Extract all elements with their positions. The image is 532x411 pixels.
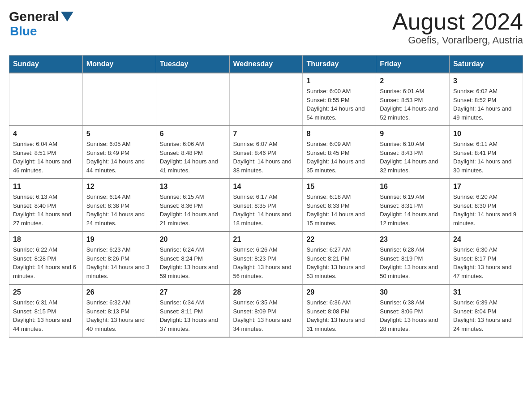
day-number: 13	[160, 183, 226, 191]
calendar-cell: 29Sunrise: 6:36 AM Sunset: 8:08 PM Dayli…	[303, 284, 376, 337]
calendar-header-monday: Monday	[82, 56, 156, 73]
day-info: Sunrise: 6:07 AM Sunset: 8:46 PM Dayligh…	[233, 140, 299, 175]
day-info: Sunrise: 6:36 AM Sunset: 8:08 PM Dayligh…	[306, 298, 372, 333]
day-info: Sunrise: 6:34 AM Sunset: 8:11 PM Dayligh…	[160, 298, 226, 333]
day-number: 4	[13, 130, 79, 138]
day-info: Sunrise: 6:24 AM Sunset: 8:24 PM Dayligh…	[160, 245, 226, 280]
calendar-cell	[229, 73, 303, 126]
day-number: 16	[380, 183, 446, 191]
calendar-cell: 1Sunrise: 6:00 AM Sunset: 8:55 PM Daylig…	[303, 73, 376, 126]
calendar-week-row: 1Sunrise: 6:00 AM Sunset: 8:55 PM Daylig…	[9, 73, 523, 126]
calendar-cell: 9Sunrise: 6:10 AM Sunset: 8:43 PM Daylig…	[376, 126, 450, 179]
calendar-week-row: 4Sunrise: 6:04 AM Sunset: 8:51 PM Daylig…	[9, 126, 523, 179]
day-number: 2	[380, 77, 446, 85]
day-info: Sunrise: 6:05 AM Sunset: 8:49 PM Dayligh…	[86, 140, 152, 175]
day-info: Sunrise: 6:13 AM Sunset: 8:40 PM Dayligh…	[13, 193, 79, 227]
day-info: Sunrise: 6:15 AM Sunset: 8:36 PM Dayligh…	[160, 193, 226, 227]
day-number: 6	[160, 130, 226, 138]
calendar-header-friday: Friday	[376, 56, 450, 73]
calendar-cell: 25Sunrise: 6:31 AM Sunset: 8:15 PM Dayli…	[9, 284, 83, 337]
day-info: Sunrise: 6:31 AM Sunset: 8:15 PM Dayligh…	[13, 298, 79, 333]
day-info: Sunrise: 6:27 AM Sunset: 8:21 PM Dayligh…	[306, 245, 372, 280]
calendar-header-tuesday: Tuesday	[156, 56, 229, 73]
day-info: Sunrise: 6:22 AM Sunset: 8:28 PM Dayligh…	[13, 245, 79, 280]
day-info: Sunrise: 6:06 AM Sunset: 8:48 PM Dayligh…	[160, 140, 226, 175]
day-info: Sunrise: 6:17 AM Sunset: 8:35 PM Dayligh…	[233, 193, 299, 227]
day-number: 25	[13, 288, 79, 296]
day-number: 10	[453, 130, 519, 138]
calendar-week-row: 11Sunrise: 6:13 AM Sunset: 8:40 PM Dayli…	[9, 179, 523, 231]
day-info: Sunrise: 6:28 AM Sunset: 8:19 PM Dayligh…	[380, 245, 446, 280]
calendar-cell: 8Sunrise: 6:09 AM Sunset: 8:45 PM Daylig…	[303, 126, 376, 179]
calendar-header-sunday: Sunday	[9, 56, 83, 73]
logo: General Blue	[9, 9, 73, 39]
calendar-cell	[156, 73, 229, 126]
logo-general-text: General	[9, 9, 59, 24]
calendar-cell: 20Sunrise: 6:24 AM Sunset: 8:24 PM Dayli…	[156, 231, 229, 284]
day-number: 3	[453, 77, 519, 85]
day-info: Sunrise: 6:10 AM Sunset: 8:43 PM Dayligh…	[380, 140, 446, 175]
day-info: Sunrise: 6:32 AM Sunset: 8:13 PM Dayligh…	[86, 298, 152, 333]
day-number: 12	[86, 183, 152, 191]
calendar-cell: 30Sunrise: 6:38 AM Sunset: 8:06 PM Dayli…	[376, 284, 450, 337]
calendar-header-row: SundayMondayTuesdayWednesdayThursdayFrid…	[9, 56, 523, 73]
day-number: 5	[86, 130, 152, 138]
day-number: 14	[233, 183, 299, 191]
calendar-cell: 3Sunrise: 6:02 AM Sunset: 8:52 PM Daylig…	[450, 73, 523, 126]
day-number: 1	[306, 77, 372, 85]
day-number: 27	[160, 288, 226, 296]
calendar-cell: 15Sunrise: 6:18 AM Sunset: 8:33 PM Dayli…	[303, 179, 376, 231]
day-info: Sunrise: 6:09 AM Sunset: 8:45 PM Dayligh…	[306, 140, 372, 175]
calendar-cell: 12Sunrise: 6:14 AM Sunset: 8:38 PM Dayli…	[82, 179, 156, 231]
calendar-cell: 7Sunrise: 6:07 AM Sunset: 8:46 PM Daylig…	[229, 126, 303, 179]
day-number: 15	[306, 183, 372, 191]
day-number: 28	[233, 288, 299, 296]
calendar-cell	[82, 73, 156, 126]
day-info: Sunrise: 6:18 AM Sunset: 8:33 PM Dayligh…	[306, 193, 372, 227]
day-number: 19	[86, 235, 152, 244]
calendar-header-saturday: Saturday	[450, 56, 523, 73]
title-area: August 2024 Goefis, Vorarlberg, Austria	[392, 9, 523, 46]
calendar-cell: 23Sunrise: 6:28 AM Sunset: 8:19 PM Dayli…	[376, 231, 450, 284]
day-info: Sunrise: 6:23 AM Sunset: 8:26 PM Dayligh…	[86, 245, 152, 280]
calendar-table: SundayMondayTuesdayWednesdayThursdayFrid…	[9, 55, 523, 338]
svg-marker-0	[61, 12, 73, 21]
day-number: 9	[380, 130, 446, 138]
day-info: Sunrise: 6:02 AM Sunset: 8:52 PM Dayligh…	[453, 87, 519, 122]
day-number: 29	[306, 288, 372, 296]
day-info: Sunrise: 6:26 AM Sunset: 8:23 PM Dayligh…	[233, 245, 299, 280]
calendar-cell: 6Sunrise: 6:06 AM Sunset: 8:48 PM Daylig…	[156, 126, 229, 179]
calendar-week-row: 25Sunrise: 6:31 AM Sunset: 8:15 PM Dayli…	[9, 284, 523, 337]
day-number: 20	[160, 235, 226, 244]
calendar-cell: 18Sunrise: 6:22 AM Sunset: 8:28 PM Dayli…	[9, 231, 83, 284]
calendar-cell: 22Sunrise: 6:27 AM Sunset: 8:21 PM Dayli…	[303, 231, 376, 284]
calendar-cell: 26Sunrise: 6:32 AM Sunset: 8:13 PM Dayli…	[82, 284, 156, 337]
day-info: Sunrise: 6:19 AM Sunset: 8:31 PM Dayligh…	[380, 193, 446, 227]
calendar-cell: 2Sunrise: 6:01 AM Sunset: 8:53 PM Daylig…	[376, 73, 450, 126]
calendar-cell: 28Sunrise: 6:35 AM Sunset: 8:09 PM Dayli…	[229, 284, 303, 337]
day-number: 31	[453, 288, 519, 296]
day-number: 24	[453, 235, 519, 244]
day-number: 21	[233, 235, 299, 244]
day-number: 23	[380, 235, 446, 244]
day-number: 30	[380, 288, 446, 296]
day-info: Sunrise: 6:04 AM Sunset: 8:51 PM Dayligh…	[13, 140, 79, 175]
logo-triangle-icon	[61, 12, 73, 21]
calendar-cell: 27Sunrise: 6:34 AM Sunset: 8:11 PM Dayli…	[156, 284, 229, 337]
day-number: 7	[233, 130, 299, 138]
day-info: Sunrise: 6:00 AM Sunset: 8:55 PM Dayligh…	[306, 87, 372, 122]
day-number: 26	[86, 288, 152, 296]
calendar-week-row: 18Sunrise: 6:22 AM Sunset: 8:28 PM Dayli…	[9, 231, 523, 284]
calendar-cell: 16Sunrise: 6:19 AM Sunset: 8:31 PM Dayli…	[376, 179, 450, 231]
calendar-cell: 10Sunrise: 6:11 AM Sunset: 8:41 PM Dayli…	[450, 126, 523, 179]
calendar-cell: 21Sunrise: 6:26 AM Sunset: 8:23 PM Dayli…	[229, 231, 303, 284]
logo-blue-text: Blue	[10, 24, 73, 39]
day-info: Sunrise: 6:38 AM Sunset: 8:06 PM Dayligh…	[380, 298, 446, 333]
calendar-title: August 2024	[392, 9, 523, 34]
day-number: 8	[306, 130, 372, 138]
day-info: Sunrise: 6:01 AM Sunset: 8:53 PM Dayligh…	[380, 87, 446, 122]
calendar-cell: 19Sunrise: 6:23 AM Sunset: 8:26 PM Dayli…	[82, 231, 156, 284]
day-number: 17	[453, 183, 519, 191]
calendar-cell: 14Sunrise: 6:17 AM Sunset: 8:35 PM Dayli…	[229, 179, 303, 231]
calendar-cell: 4Sunrise: 6:04 AM Sunset: 8:51 PM Daylig…	[9, 126, 83, 179]
